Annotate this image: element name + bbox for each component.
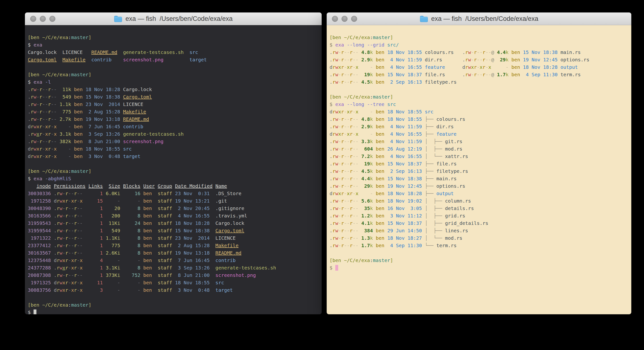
terminal-line: .rw-r--r-- 1.1k ben 23 Nov 2014 LICENCE	[28, 102, 143, 107]
terminal-line: .rw-r--r-- 29k ben 19 Nov 12:45 ├── opti…	[330, 183, 465, 189]
terminal-line: .rw-r--r-- 549 ben 15 Nov 18:38 Cargo.to…	[28, 94, 152, 100]
terminal-line: drwxr-xr-x - ben 18 Nov 18:55 src	[28, 146, 132, 152]
window-title: exa — fish /Users/ben/Code/exa/exa	[420, 15, 538, 22]
minimize-button[interactable]	[40, 16, 46, 22]
terminal-line: Cargo.toml Makefile contrib screenshot.p…	[28, 57, 207, 62]
terminal-line: [ben ~/C/e/exa:master]	[28, 168, 91, 174]
traffic-lights	[332, 12, 357, 25]
terminal-line: .rw-r--r-- 4.4k ben 15 Nov 18:38 ├── mai…	[330, 176, 456, 182]
terminal-screen[interactable]: [ben ~/C/e/exa:master] $ exa --long --gr…	[327, 25, 631, 314]
terminal-line: 20087308 .rw-r--r-- 1 373Ki 752 ben staf…	[28, 272, 256, 278]
terminal-line: Cargo.lock LICENCE README.md generate-te…	[28, 50, 198, 55]
close-button[interactable]	[30, 16, 36, 22]
terminal-window-left: exa — fish /Users/ben/Code/exa/exa [ben …	[25, 12, 322, 314]
zoom-button[interactable]	[351, 16, 357, 22]
folder-icon	[114, 15, 122, 22]
terminal-line: .rw-r--r-- 4.5k ben 2 Sep 16:13 ├── file…	[330, 168, 468, 174]
titlebar[interactable]: exa — fish /Users/ben/Code/exa/exa	[25, 12, 322, 25]
terminal-line: 30163567 .rw-r--r-- 1 2.6Ki 8 ben staff …	[28, 250, 241, 256]
terminal-line: .rw-r--r-- 19k ben 15 Nov 18:37 ├── file…	[330, 161, 456, 166]
terminal-line: .rw-r--r-- 3.3k ben 4 Nov 11:59 │ ├── gi…	[330, 138, 462, 144]
terminal-line: .rw-r--r-- 1.7k ben 4 Sep 11:30 └── term…	[330, 242, 456, 248]
terminal-line: .rwxr-xr-x 3.1k ben 3 Sep 13:26 generate…	[28, 131, 184, 137]
terminal-line: .rw-r--r-- 4.1k ben 15 Nov 18:37 │ ├── g…	[330, 220, 488, 226]
titlebar[interactable]: exa — fish /Users/ben/Code/exa/exa	[327, 12, 631, 25]
terminal-line: .rw-r--r-- 4.8k ben 18 Nov 18:55 ├── col…	[330, 116, 465, 122]
terminal-line: [ben ~/C/e/exa:master]	[330, 34, 393, 40]
terminal-line: .rw-r--r-- 5.6k ben 18 Nov 19:02 │ ├── c…	[330, 198, 471, 204]
terminal-line: .rw-r--r-- 2.9k ben 4 Nov 11:59 ├── dir.…	[330, 124, 454, 130]
terminal-line: drwxr-xr-x - ben 4 Nov 16:55 feature drw…	[330, 64, 578, 70]
terminal-line: [ben ~/C/e/exa:master]	[28, 72, 91, 78]
terminal-line: 23377412 .rw-r--r-- 1 775 8 ben staff 2 …	[28, 242, 238, 248]
terminal-line: .rw-r--r-- 1.3k ben 18 Nov 18:27 │ └── m…	[330, 235, 462, 241]
desktop: { "windows": { "left": { "title": "exa —…	[0, 0, 644, 350]
terminal-line: drwxr-xr-x - ben 18 Nov 18:28 ├── output	[330, 190, 454, 196]
terminal-line: .rw-r--r-- 2.7k ben 19 Nov 13:18 README.…	[28, 116, 149, 122]
terminal-line: 1971258 drwxr-xr-x 15 - - ben staff 19 N…	[28, 198, 227, 204]
terminal-line: 30083756 drwxr-xr-x 3 - - ben staff 3 No…	[28, 287, 233, 293]
close-button[interactable]	[332, 16, 338, 22]
terminal-line: $	[28, 310, 36, 314]
terminal-line: drwxr-xr-x - ben 7 Jun 16:45 contrib	[28, 124, 143, 130]
terminal-line: .rw-r--r-- 7.2k ben 4 Nov 16:55 │ └── xa…	[330, 154, 468, 159]
terminal-line: 30030336 .rw-r--r-- 1 6.0Ki 16 ben staff…	[28, 190, 241, 196]
terminal-line: 31959543 .rw-r--r-- 1 11Ki 24 ben staff …	[28, 220, 244, 226]
terminal-line: 24377288 .rwxr-xr-x 1 3.1Ki 8 ben staff …	[28, 265, 276, 271]
terminal-line: .rw-r--r-- 19k ben 15 Nov 18:37 file.rs …	[330, 72, 581, 78]
terminal-line: .rw-r--r-- 2.9k ben 4 Nov 11:59 dir.rs .…	[330, 57, 589, 62]
traffic-lights	[30, 12, 55, 25]
terminal-line: .rw-r--r-- 1.2k ben 3 Nov 11:12 │ ├── gr…	[330, 213, 465, 219]
terminal-output: [ben ~/C/e/exa:master] $ exa --long --gr…	[327, 25, 631, 314]
cursor	[335, 265, 338, 271]
terminal-line: .rw-r--r-- 382k ben 8 Jun 21:00 screensh…	[28, 138, 164, 144]
minimize-button[interactable]	[342, 16, 348, 22]
folder-icon	[420, 15, 428, 22]
terminal-line: [ben ~/C/e/exa:master]	[28, 34, 91, 40]
terminal-line: .rw-r--r-- 4.8k ben 18 Nov 18:55 colours…	[330, 50, 581, 55]
terminal-line: .rw-r--r-- 35k ben 16 Nov 3:05 │ ├── det…	[330, 206, 474, 211]
terminal-line: drwxr-xr-x - ben 4 Nov 16:55 ├── feature	[330, 131, 456, 137]
terminal-line: 12375448 drwxr-xr-x 4 - - ben staff 7 Ju…	[28, 258, 236, 263]
terminal-line: .rw-r--r-- 4.5k ben 2 Sep 16:13 filetype…	[330, 79, 456, 85]
terminal-line: inode Permissions Links Size Blocks User…	[28, 183, 227, 189]
terminal-line: $	[330, 265, 338, 271]
terminal-line: $ exa	[28, 42, 42, 48]
terminal-line: 1971322 .rw-r--r-- 1 1.1Ki 8 ben staff 2…	[28, 235, 236, 241]
terminal-line: $ exa --long --grid src/	[330, 42, 399, 48]
terminal-line: $ exa -abghHliS	[28, 176, 71, 182]
window-title: exa — fish /Users/ben/Code/exa/exa	[114, 15, 232, 22]
terminal-line: 30048390 .rw-r--r-- 1 20 8 ben staff 2 N…	[28, 206, 244, 211]
terminal-line: .rw-r--r-- 11k ben 18 Nov 18:28 Cargo.lo…	[28, 86, 152, 92]
terminal-line: drwxr-xr-x - ben 3 Nov 0:48 target	[28, 154, 140, 159]
terminal-line: .rw-r--r-- 384 ben 29 Jun 14:50 │ ├── li…	[330, 228, 468, 234]
terminal-screen[interactable]: [ben ~/C/e/exa:master] $ exa Cargo.lock …	[25, 25, 322, 314]
terminal-line: 31959544 .rw-r--r-- 1 549 8 ben staff 15…	[28, 228, 244, 234]
terminal-line: .rw-r--r-- 775 ben 2 Aug 15:28 Makefile	[28, 109, 146, 114]
cursor	[34, 310, 36, 314]
terminal-window-right: exa — fish /Users/ben/Code/exa/exa [ben …	[327, 12, 631, 314]
terminal-line: [ben ~/C/e/exa:master]	[330, 258, 393, 263]
zoom-button[interactable]	[49, 16, 55, 22]
terminal-line: 1971325 drwxr-xr-x 11 - - ben staff 18 N…	[28, 280, 224, 286]
terminal-line: [ben ~/C/e/exa:master]	[28, 302, 91, 308]
terminal-line: [ben ~/C/e/exa:master]	[330, 94, 393, 100]
terminal-output: [ben ~/C/e/exa:master] $ exa Cargo.lock …	[25, 25, 322, 314]
terminal-line: drwxr-xr-x - ben 18 Nov 18:55 src	[330, 109, 434, 114]
terminal-line: .rw-r--r-- 604 ben 26 Aug 12:19 │ ├── mo…	[330, 146, 462, 152]
terminal-line: 30163566 .rw-r--r-- 1 200 8 ben staff 4 …	[28, 213, 247, 219]
terminal-line: $ exa -l	[28, 79, 51, 85]
terminal-line: $ exa --long --tree src	[330, 102, 396, 107]
